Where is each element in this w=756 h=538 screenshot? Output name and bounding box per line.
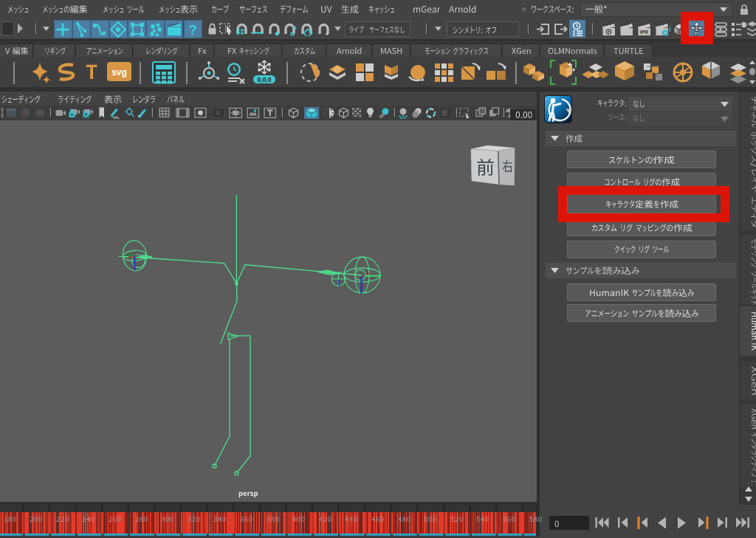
- svg-text:0,0,0: 0,0,0: [258, 76, 272, 83]
- svg-text:svg: svg: [111, 67, 127, 77]
- svg-text:IPR: IPR: [640, 30, 648, 35]
- svg-text:?: ?: [188, 22, 197, 38]
